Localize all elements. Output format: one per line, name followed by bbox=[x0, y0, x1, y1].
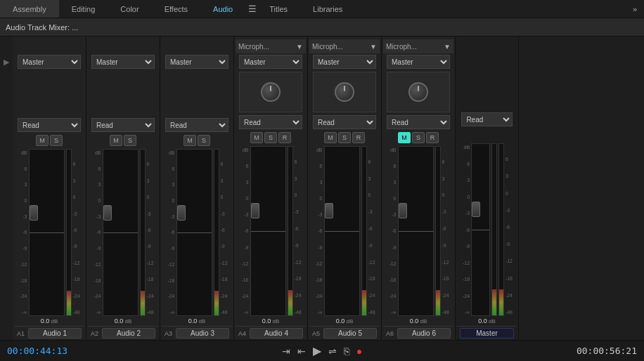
level-meter-A3 bbox=[214, 149, 219, 316]
fader-track-A2[interactable] bbox=[103, 149, 139, 316]
read-select-A5[interactable]: Read bbox=[313, 115, 376, 129]
read-select-A2[interactable]: Read bbox=[91, 118, 155, 132]
nav-more-button[interactable]: » bbox=[626, 5, 644, 13]
db-scale-left-A4: dB63 0-3-6 -9-12-18 -24-∞ bbox=[238, 146, 249, 316]
read-select-A3[interactable]: Read bbox=[165, 118, 228, 132]
fader-handle-A5[interactable] bbox=[325, 203, 333, 218]
solo-btn-A6[interactable]: S bbox=[412, 132, 425, 143]
mute-btn-A6[interactable]: M bbox=[398, 132, 411, 143]
track-name-btn-A2[interactable]: Audio 2 bbox=[102, 328, 155, 339]
record-btn-A5[interactable]: R bbox=[352, 132, 365, 143]
fader-section-A2: dB63 0-3-6 -9-12-18 -24-∞ 63 0-3-6 -9-12… bbox=[90, 149, 157, 316]
mic-label-A4: Microph... bbox=[238, 43, 269, 51]
assign-select-A4[interactable]: Master bbox=[239, 55, 302, 69]
track-name-btn-master[interactable]: Master bbox=[460, 328, 514, 339]
channel-label-master: Master bbox=[457, 326, 517, 340]
solo-btn-A5[interactable]: S bbox=[338, 132, 351, 143]
track-name-btn-A1[interactable]: Audio 1 bbox=[28, 328, 82, 339]
nav-effects[interactable]: Effects bbox=[152, 0, 200, 18]
mic-dropdown-icon-A6[interactable]: ▼ bbox=[444, 43, 451, 51]
assign-select-A2[interactable]: Master bbox=[91, 55, 155, 69]
read-select-master[interactable]: Read bbox=[461, 112, 512, 126]
fader-handle-A2[interactable] bbox=[103, 205, 112, 221]
fader-track-A1[interactable] bbox=[29, 149, 65, 316]
channel-label-A2: A2 Audio 2 bbox=[88, 326, 158, 340]
go-to-out-btn[interactable]: ⇤ bbox=[296, 344, 307, 358]
mute-btn-A1[interactable]: M bbox=[36, 135, 49, 146]
pan-knob-A6[interactable] bbox=[408, 82, 428, 102]
track-name-btn-A4[interactable]: Audio 4 bbox=[250, 328, 303, 339]
track-name-btn-A3[interactable]: Audio 3 bbox=[176, 328, 229, 339]
fader-value-A2: 0.0 dB bbox=[88, 317, 158, 324]
msr-row-A6: M S R bbox=[398, 132, 439, 143]
top-nav: Assembly Editing Color Effects Audio ☰ T… bbox=[0, 0, 644, 18]
assign-select-A3[interactable]: Master bbox=[165, 55, 228, 69]
fader-handle-A4[interactable] bbox=[251, 203, 259, 218]
track-num-A6: A6 bbox=[386, 330, 396, 337]
nav-titles[interactable]: Titles bbox=[257, 0, 300, 18]
solo-btn-A2[interactable]: S bbox=[124, 135, 136, 146]
play-btn[interactable]: ▶ bbox=[311, 343, 323, 359]
fader-section-A6: dB63 0-3-6 -9-12-18 -24-∞ 63 0-3-6 -9-12… bbox=[385, 146, 452, 316]
msr-row-A4: M S R bbox=[250, 132, 291, 143]
nav-assembly[interactable]: Assembly bbox=[0, 0, 59, 18]
fader-track-A5[interactable] bbox=[324, 146, 360, 316]
fader-handle-master[interactable] bbox=[472, 202, 480, 217]
level-meter-A4 bbox=[288, 146, 293, 316]
nav-libraries[interactable]: Libraries bbox=[300, 0, 355, 18]
db-scale-right-master: 63 0-3-6 -9-12-18 -24-48 bbox=[505, 143, 515, 316]
assign-select-A1[interactable]: Master bbox=[18, 55, 81, 69]
msr-row-A1: M S bbox=[36, 135, 63, 146]
track-num-A4: A4 bbox=[238, 330, 248, 337]
mute-btn-A2[interactable]: M bbox=[110, 135, 122, 146]
fader-track-A3[interactable] bbox=[176, 149, 212, 316]
mic-header-A6: Microph... ▼ bbox=[383, 39, 453, 53]
channel-strip-A5: Microph... ▼ Master Read M S R dB63 0-3-… bbox=[308, 37, 382, 340]
pan-knob-A4[interactable] bbox=[261, 82, 281, 102]
fader-handle-A6[interactable] bbox=[399, 203, 407, 218]
go-to-in-btn[interactable]: ⇥ bbox=[281, 344, 292, 358]
knob-area-A6 bbox=[387, 72, 450, 112]
fader-handle-A3[interactable] bbox=[177, 205, 186, 221]
fader-handle-A1[interactable] bbox=[30, 205, 38, 221]
msr-row-A5: M S R bbox=[324, 132, 365, 143]
fader-track-master[interactable] bbox=[471, 143, 490, 316]
assign-select-A6[interactable]: Master bbox=[387, 55, 450, 69]
solo-btn-A1[interactable]: S bbox=[50, 135, 63, 146]
db-scale-right-A5: 63 0-3-6 -9-12-18 -24-48 bbox=[368, 146, 378, 316]
audio-menu-icon[interactable]: ☰ bbox=[248, 4, 257, 14]
record-btn-A4[interactable]: R bbox=[278, 132, 291, 143]
track-name-btn-A5[interactable]: Audio 5 bbox=[323, 328, 377, 339]
mic-dropdown-icon-A4[interactable]: ▼ bbox=[296, 43, 303, 51]
level-meter-A1 bbox=[66, 149, 72, 316]
read-select-A1[interactable]: Read bbox=[18, 118, 81, 132]
record-btn-A6[interactable]: R bbox=[426, 132, 439, 143]
mic-dropdown-icon-A5[interactable]: ▼ bbox=[370, 43, 377, 51]
solo-btn-A4[interactable]: S bbox=[264, 132, 277, 143]
mute-btn-A4[interactable]: M bbox=[250, 132, 263, 143]
fader-section-A1: dB 6 3 0 -3 -6 -9 -12 -18 -24 -∞ bbox=[16, 149, 83, 316]
pan-knob-A5[interactable] bbox=[335, 82, 354, 102]
read-select-A4[interactable]: Read bbox=[239, 115, 302, 129]
loop-btn[interactable]: ⇌ bbox=[327, 344, 338, 358]
mute-btn-A3[interactable]: M bbox=[183, 135, 196, 146]
mute-btn-A5[interactable]: M bbox=[324, 132, 337, 143]
track-name-btn-A6[interactable]: Audio 6 bbox=[397, 328, 451, 339]
channel-strip-A3: Master Read M S dB63 0-3-6 -9-12-18 -24-… bbox=[160, 37, 234, 340]
fader-track-A4[interactable] bbox=[250, 146, 286, 316]
solo-btn-A3[interactable]: S bbox=[198, 135, 210, 146]
fader-track-A6[interactable] bbox=[398, 146, 434, 316]
channels-container: Master Read M S dB 6 3 0 -3 -6 -9 -12 bbox=[13, 37, 644, 340]
fader-section-A3: dB63 0-3-6 -9-12-18 -24-∞ 63 0-3-6 -9-12… bbox=[164, 149, 231, 316]
track-num-A3: A3 bbox=[165, 330, 174, 337]
read-select-A6[interactable]: Read bbox=[387, 115, 450, 129]
assign-select-A5[interactable]: Master bbox=[313, 55, 376, 69]
nav-color[interactable]: Color bbox=[108, 0, 151, 18]
fader-value-master: 0.0 dB bbox=[457, 317, 517, 324]
nav-editing[interactable]: Editing bbox=[59, 0, 108, 18]
channel-label-A6: A6 Audio 6 bbox=[383, 326, 453, 340]
nav-audio[interactable]: Audio bbox=[200, 0, 245, 18]
record-transport-btn[interactable]: ● bbox=[355, 344, 363, 358]
left-collapse-arrow[interactable]: ▶ bbox=[0, 37, 13, 340]
export-btn[interactable]: ⎘ bbox=[342, 344, 351, 358]
